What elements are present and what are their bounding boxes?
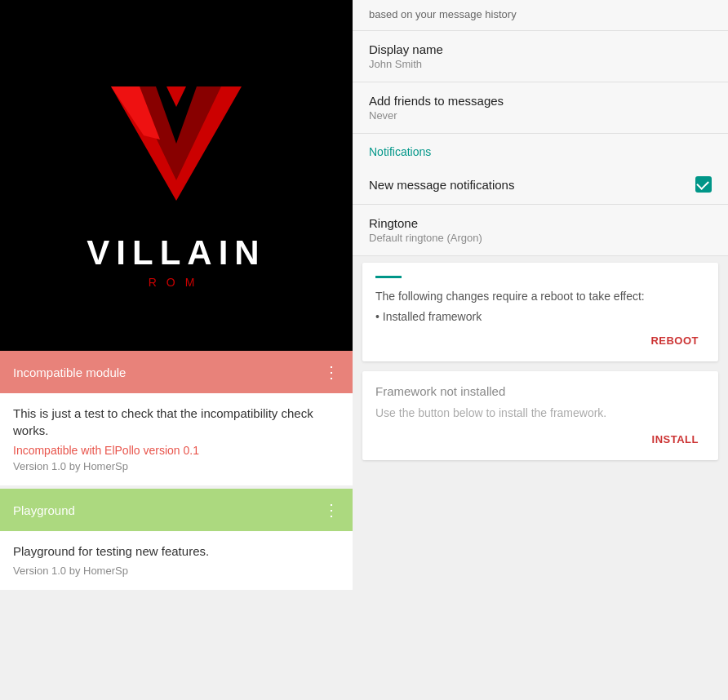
svg-marker-3 [166,86,186,107]
right-panel: based on your message history Display na… [353,0,728,700]
reboot-card-bottom: REBOOT [375,323,705,355]
playground-module-version: Version 1.0 by HomerSp [13,565,340,577]
display-name-value: John Smith [369,58,712,70]
add-friends-value: Never [369,109,712,122]
display-name-row[interactable]: Display name John Smith [353,31,728,82]
framework-card: Framework not installed Use the button b… [362,371,718,460]
incompatible-module-body: This is just a test to check that the in… [0,393,353,485]
framework-title: Framework not installed [375,384,705,398]
reboot-card: The following changes require a reboot t… [362,263,718,361]
display-name-label: Display name [369,42,712,56]
playground-module-title: Playground [13,503,75,517]
reboot-button[interactable]: REBOOT [644,330,705,352]
playground-module-header: Playground ⋮ [0,489,353,531]
incompatible-module-title: Incompatible module [13,366,126,379]
left-panel: VILLAIN ROM Incompatible module ⋮ This i… [0,0,353,700]
incompatible-module-header: Incompatible module ⋮ [0,351,353,393]
new-message-label: New message notifications [369,178,514,192]
incompatible-module-menu-icon[interactable]: ⋮ [323,362,340,382]
new-message-checkbox[interactable] [695,176,712,193]
add-friends-row[interactable]: Add friends to messages Never [353,82,728,134]
reboot-card-text: The following changes require a reboot t… [375,288,705,305]
incompatible-module-warning: Incompatible with ElPollo version 0.1 [13,444,340,457]
incompatible-module-card: Incompatible module ⋮ This is just a tes… [0,351,353,485]
install-button[interactable]: INSTALL [646,428,705,450]
incompatible-module-version: Version 1.0 by HomerSp [13,460,340,472]
ringtone-row[interactable]: Ringtone Default ringtone (Argon) [353,205,728,256]
villain-logo-svg [95,62,258,225]
add-friends-label: Add friends to messages [369,94,712,108]
villain-subtitle: ROM [149,276,205,289]
new-message-row[interactable]: New message notifications [353,165,728,205]
villain-logo-area: VILLAIN ROM [0,0,353,351]
reboot-card-bullet: • Installed framework [375,310,705,323]
playground-module-menu-icon[interactable]: ⋮ [323,500,340,520]
playground-module-body: Playground for testing new features. Ver… [0,531,353,590]
playground-module-card: Playground ⋮ Playground for testing new … [0,489,353,590]
ringtone-value: Default ringtone (Argon) [369,232,712,244]
reboot-card-accent [375,276,402,278]
hint-text: based on your message history [353,0,728,31]
framework-desc: Use the button below to install the fram… [375,405,705,422]
ringtone-label: Ringtone [369,216,712,230]
notifications-section-header: Notifications [353,134,728,165]
framework-card-bottom: INSTALL [375,422,705,454]
notifications-label: Notifications [369,145,712,158]
playground-module-desc: Playground for testing new features. [13,543,340,560]
villain-title: VILLAIN [87,233,265,272]
incompatible-module-desc: This is just a test to check that the in… [13,405,340,439]
